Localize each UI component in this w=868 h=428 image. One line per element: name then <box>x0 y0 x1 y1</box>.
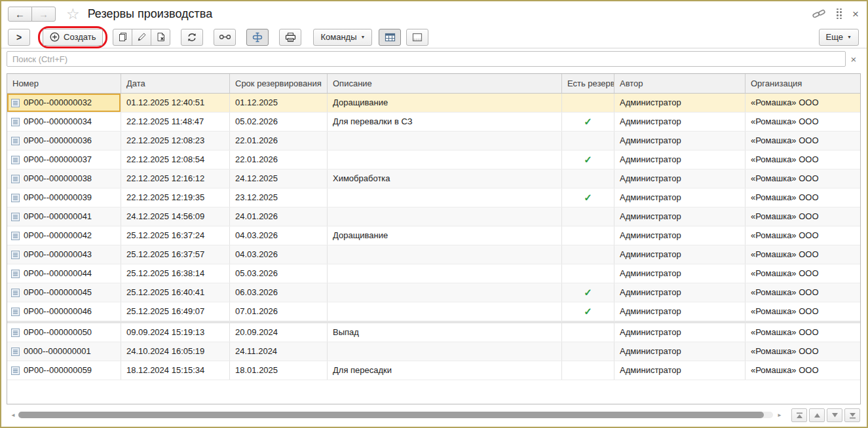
search-input[interactable] <box>7 51 846 67</box>
column-header-author[interactable]: Автор <box>614 74 745 93</box>
cell-number[interactable]: 0P00--000000046 <box>7 302 121 321</box>
cell-organization[interactable]: «Ромашка» ООО <box>745 264 860 283</box>
close-icon[interactable]: × <box>852 9 859 20</box>
cell-reserve[interactable] <box>562 361 614 380</box>
cell-author[interactable]: Администратор <box>614 283 745 302</box>
table-row[interactable]: 0P00--00000004325.12.2025 16:37:5704.03.… <box>7 245 860 264</box>
cell-description[interactable] <box>328 342 562 361</box>
cell-number[interactable]: 0P00--000000037 <box>7 151 121 169</box>
cell-date[interactable]: 25.12.2025 16:37:24 <box>121 226 230 245</box>
panel-toggle-button[interactable]: > <box>8 29 30 46</box>
service-menu-icon[interactable] <box>837 9 842 19</box>
commands-button[interactable]: Команды ▼ <box>313 29 372 46</box>
cell-number[interactable]: 0P00--000000032 <box>7 94 121 112</box>
column-header-number[interactable]: Номер <box>7 74 121 93</box>
cell-number[interactable]: 0P00--000000041 <box>7 207 121 226</box>
scroll-left-icon[interactable]: ◄ <box>10 412 16 418</box>
cell-date[interactable]: 25.12.2025 16:37:57 <box>121 245 230 264</box>
cell-term[interactable]: 24.01.2026 <box>230 207 328 226</box>
cell-reserve[interactable]: ✓ <box>562 188 614 207</box>
cell-date[interactable]: 09.09.2024 15:19:13 <box>121 323 230 342</box>
cell-description[interactable] <box>328 151 562 169</box>
scroll-right-icon[interactable]: ► <box>777 412 782 418</box>
cell-number[interactable]: 0P00--000000059 <box>7 361 121 380</box>
cell-author[interactable]: Администратор <box>614 361 745 380</box>
cell-date[interactable]: 22.12.2025 12:16:12 <box>121 169 230 188</box>
cell-author[interactable]: Администратор <box>614 323 745 342</box>
cell-date[interactable]: 18.12.2024 15:15:34 <box>121 361 230 380</box>
view-settings-button[interactable] <box>214 29 236 46</box>
cell-description[interactable] <box>328 302 562 321</box>
go-last-button[interactable] <box>844 408 860 422</box>
cell-description[interactable] <box>328 283 562 302</box>
cell-reserve[interactable] <box>562 207 614 226</box>
mark-deletion-button[interactable] <box>151 29 170 46</box>
table-row[interactable]: 0P00--00000004124.12.2025 14:56:0924.01.… <box>7 207 860 226</box>
cell-number[interactable]: 0P00--000000050 <box>7 323 121 342</box>
cell-date[interactable]: 22.12.2025 12:08:23 <box>121 132 230 150</box>
cell-reserve[interactable]: ✓ <box>562 283 614 302</box>
cell-organization[interactable]: «Ромашка» ООО <box>745 245 860 264</box>
go-first-button[interactable] <box>791 408 807 422</box>
cell-reserve[interactable] <box>562 169 614 188</box>
horizontal-scrollbar[interactable] <box>18 412 773 418</box>
cell-organization[interactable]: «Ромашка» ООО <box>745 151 860 169</box>
cell-term[interactable]: 24.12.2025 <box>230 169 328 188</box>
cell-author[interactable]: Администратор <box>614 169 745 188</box>
cell-term[interactable]: 04.03.2026 <box>230 226 328 245</box>
cell-description[interactable] <box>328 188 562 207</box>
table-row[interactable]: 0P00--00000003201.12.2025 12:40:5101.12.… <box>7 94 860 113</box>
cell-date[interactable]: 24.10.2024 16:05:19 <box>121 342 230 361</box>
cell-term[interactable]: 24.11.2024 <box>230 342 328 361</box>
cell-term[interactable]: 23.12.2025 <box>230 188 328 207</box>
cell-date[interactable]: 22.12.2025 12:08:54 <box>121 151 230 169</box>
table-row[interactable]: 0P00--00000005009.09.2024 15:19:1320.09.… <box>7 321 860 342</box>
column-header-reserve[interactable]: Есть резерв <box>562 74 614 93</box>
cell-author[interactable]: Администратор <box>614 188 745 207</box>
footer-toggle-button[interactable] <box>406 29 428 46</box>
table-view-button[interactable] <box>379 29 401 46</box>
table-row[interactable]: 0P00--00000003622.12.2025 12:08:2322.01.… <box>7 132 860 151</box>
cell-author[interactable]: Администратор <box>614 113 745 131</box>
cell-description[interactable] <box>328 132 562 150</box>
go-next-button[interactable] <box>827 408 842 422</box>
refresh-button[interactable] <box>181 29 203 46</box>
cell-date[interactable]: 25.12.2025 16:40:41 <box>121 283 230 302</box>
cell-reserve[interactable] <box>562 264 614 283</box>
table-row[interactable]: 0P00--00000004525.12.2025 16:40:4106.03.… <box>7 283 860 302</box>
cell-author[interactable]: Администратор <box>614 264 745 283</box>
cell-organization[interactable]: «Ромашка» ООО <box>745 283 860 302</box>
cell-reserve[interactable]: ✓ <box>562 151 614 169</box>
print-button[interactable] <box>279 29 301 46</box>
column-header-term[interactable]: Срок резервирования <box>230 74 328 93</box>
cell-date[interactable]: 25.12.2025 16:38:14 <box>121 264 230 283</box>
cell-term[interactable]: 06.03.2026 <box>230 283 328 302</box>
more-button[interactable]: Еще ▼ <box>819 29 859 46</box>
column-header-description[interactable]: Описание <box>328 74 562 93</box>
table-row[interactable]: 0P00--00000003822.12.2025 12:16:1224.12.… <box>7 169 860 188</box>
back-button[interactable]: ← <box>8 7 32 22</box>
interval-button[interactable] <box>246 29 269 46</box>
table-row[interactable]: 0P00--00000005918.12.2024 15:15:3418.01.… <box>7 361 860 380</box>
cell-term[interactable]: 18.01.2025 <box>230 361 328 380</box>
cell-term[interactable]: 04.03.2026 <box>230 245 328 264</box>
create-button[interactable]: Создать <box>43 29 103 46</box>
cell-number[interactable]: 0P00--000000036 <box>7 132 121 150</box>
cell-reserve[interactable] <box>562 323 614 342</box>
cell-description[interactable]: Химобработка <box>328 169 562 188</box>
cell-description[interactable]: Доращивание <box>328 226 562 245</box>
cell-organization[interactable]: «Ромашка» ООО <box>745 207 860 226</box>
cell-description[interactable] <box>328 245 562 264</box>
cell-term[interactable]: 05.03.2026 <box>230 264 328 283</box>
cell-term[interactable]: 01.12.2025 <box>230 94 328 112</box>
cell-reserve[interactable] <box>562 94 614 112</box>
cell-number[interactable]: 0P00--000000038 <box>7 169 121 188</box>
table-row[interactable]: 0P00--00000004425.12.2025 16:38:1405.03.… <box>7 264 860 283</box>
cell-organization[interactable]: «Ромашка» ООО <box>745 302 860 321</box>
cell-organization[interactable]: «Ромашка» ООО <box>745 342 860 361</box>
cell-author[interactable]: Администратор <box>614 132 745 150</box>
cell-number[interactable]: 0P00--000000045 <box>7 283 121 302</box>
cell-description[interactable]: Для перевалки в СЗ <box>328 113 562 131</box>
cell-author[interactable]: Администратор <box>614 151 745 169</box>
cell-description[interactable]: Доращивание <box>328 94 562 112</box>
